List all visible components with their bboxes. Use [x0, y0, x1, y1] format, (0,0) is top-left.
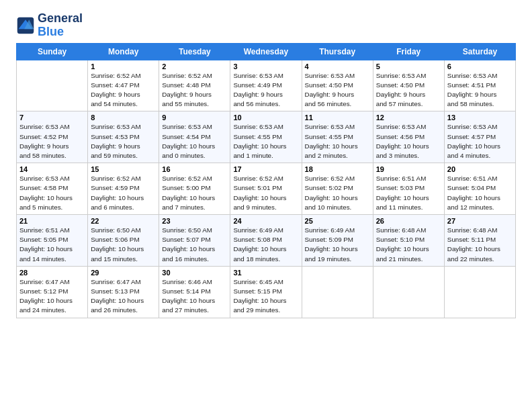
day-number: 16 — [162, 165, 227, 173]
day-cell: 17Sunrise: 6:52 AMSunset: 5:01 PMDayligh… — [230, 163, 302, 215]
day-info: Sunrise: 6:50 AMSunset: 5:07 PMDaylight:… — [162, 226, 227, 264]
day-cell — [444, 266, 515, 318]
day-cell: 24Sunrise: 6:49 AMSunset: 5:08 PMDayligh… — [230, 215, 302, 267]
day-info: Sunrise: 6:53 AMSunset: 4:55 PMDaylight:… — [305, 122, 370, 161]
day-number: 18 — [305, 165, 370, 173]
day-info: Sunrise: 6:53 AMSunset: 4:51 PMDaylight:… — [447, 71, 513, 109]
day-number: 8 — [91, 113, 156, 122]
day-info: Sunrise: 6:53 AMSunset: 4:50 PMDaylight:… — [376, 71, 441, 109]
day-info: Sunrise: 6:53 AMSunset: 4:56 PMDaylight:… — [376, 122, 441, 161]
day-number: 30 — [162, 269, 227, 277]
day-info: Sunrise: 6:52 AMSunset: 4:47 PMDaylight:… — [91, 71, 156, 109]
day-number: 28 — [19, 269, 85, 277]
day-number: 24 — [233, 217, 298, 225]
day-cell — [373, 266, 444, 318]
logo: General Blue — [16, 12, 83, 39]
calendar-table: SundayMondayTuesdayWednesdayThursdayFrid… — [16, 43, 516, 318]
day-info: Sunrise: 6:53 AMSunset: 4:55 PMDaylight:… — [233, 122, 298, 161]
day-cell: 26Sunrise: 6:48 AMSunset: 5:10 PMDayligh… — [373, 215, 444, 267]
day-info: Sunrise: 6:51 AMSunset: 5:03 PMDaylight:… — [376, 174, 441, 212]
day-info: Sunrise: 6:51 AMSunset: 5:04 PMDaylight:… — [447, 174, 513, 212]
day-cell: 18Sunrise: 6:52 AMSunset: 5:02 PMDayligh… — [302, 163, 373, 215]
day-cell: 9Sunrise: 6:53 AMSunset: 4:54 PMDaylight… — [159, 111, 230, 163]
day-info: Sunrise: 6:49 AMSunset: 5:08 PMDaylight:… — [233, 226, 298, 264]
day-cell: 30Sunrise: 6:46 AMSunset: 5:14 PMDayligh… — [159, 266, 230, 318]
day-cell: 1Sunrise: 6:52 AMSunset: 4:47 PMDaylight… — [88, 60, 159, 111]
day-cell: 16Sunrise: 6:52 AMSunset: 5:00 PMDayligh… — [159, 163, 230, 215]
day-cell: 11Sunrise: 6:53 AMSunset: 4:55 PMDayligh… — [302, 111, 373, 163]
day-cell: 27Sunrise: 6:48 AMSunset: 5:11 PMDayligh… — [444, 215, 515, 267]
day-number: 29 — [91, 269, 156, 277]
day-number: 31 — [233, 269, 298, 277]
day-info: Sunrise: 6:53 AMSunset: 4:58 PMDaylight:… — [19, 174, 85, 212]
col-header-wednesday: Wednesday — [230, 43, 302, 60]
day-number: 6 — [447, 62, 513, 71]
day-number: 21 — [19, 217, 85, 225]
day-cell: 21Sunrise: 6:51 AMSunset: 5:05 PMDayligh… — [17, 215, 88, 267]
day-cell: 3Sunrise: 6:53 AMSunset: 4:49 PMDaylight… — [230, 60, 302, 111]
day-info: Sunrise: 6:53 AMSunset: 4:52 PMDaylight:… — [19, 122, 85, 161]
day-number: 25 — [305, 217, 370, 225]
day-number: 15 — [91, 165, 156, 173]
day-info: Sunrise: 6:52 AMSunset: 5:02 PMDaylight:… — [305, 174, 370, 212]
day-number: 3 — [233, 62, 298, 71]
day-cell: 7Sunrise: 6:53 AMSunset: 4:52 PMDaylight… — [17, 111, 88, 163]
page: General Blue SundayMondayTuesdayWednesda… — [0, 0, 532, 326]
day-cell: 12Sunrise: 6:53 AMSunset: 4:56 PMDayligh… — [373, 111, 444, 163]
day-info: Sunrise: 6:48 AMSunset: 5:10 PMDaylight:… — [376, 226, 441, 264]
col-header-monday: Monday — [88, 43, 159, 60]
week-row-1: 1Sunrise: 6:52 AMSunset: 4:47 PMDaylight… — [17, 60, 516, 111]
day-number: 13 — [447, 113, 513, 122]
day-number: 2 — [162, 62, 227, 71]
day-cell: 25Sunrise: 6:49 AMSunset: 5:09 PMDayligh… — [302, 215, 373, 267]
day-number: 5 — [376, 62, 441, 71]
day-info: Sunrise: 6:53 AMSunset: 4:49 PMDaylight:… — [233, 71, 298, 109]
day-info: Sunrise: 6:50 AMSunset: 5:06 PMDaylight:… — [91, 226, 156, 264]
header: General Blue — [16, 12, 516, 39]
day-info: Sunrise: 6:47 AMSunset: 5:12 PMDaylight:… — [19, 277, 85, 316]
day-cell: 4Sunrise: 6:53 AMSunset: 4:50 PMDaylight… — [302, 60, 373, 111]
day-info: Sunrise: 6:53 AMSunset: 4:57 PMDaylight:… — [447, 122, 513, 161]
logo-text: General Blue — [38, 12, 83, 39]
day-cell: 8Sunrise: 6:53 AMSunset: 4:53 PMDaylight… — [88, 111, 159, 163]
day-cell: 22Sunrise: 6:50 AMSunset: 5:06 PMDayligh… — [88, 215, 159, 267]
day-cell: 14Sunrise: 6:53 AMSunset: 4:58 PMDayligh… — [17, 163, 88, 215]
day-cell: 10Sunrise: 6:53 AMSunset: 4:55 PMDayligh… — [230, 111, 302, 163]
day-info: Sunrise: 6:51 AMSunset: 5:05 PMDaylight:… — [19, 226, 85, 264]
day-number: 9 — [162, 113, 227, 122]
day-info: Sunrise: 6:46 AMSunset: 5:14 PMDaylight:… — [162, 277, 227, 316]
day-cell: 28Sunrise: 6:47 AMSunset: 5:12 PMDayligh… — [17, 266, 88, 318]
day-cell — [17, 60, 88, 111]
day-info: Sunrise: 6:47 AMSunset: 5:13 PMDaylight:… — [91, 277, 156, 316]
day-number: 4 — [305, 62, 370, 71]
day-number: 23 — [162, 217, 227, 225]
week-row-3: 14Sunrise: 6:53 AMSunset: 4:58 PMDayligh… — [17, 163, 516, 215]
day-cell: 15Sunrise: 6:52 AMSunset: 4:59 PMDayligh… — [88, 163, 159, 215]
day-number: 1 — [91, 62, 156, 71]
col-header-tuesday: Tuesday — [159, 43, 230, 60]
day-number: 11 — [305, 113, 370, 122]
day-cell: 6Sunrise: 6:53 AMSunset: 4:51 PMDaylight… — [444, 60, 515, 111]
day-number: 22 — [91, 217, 156, 225]
day-number: 26 — [376, 217, 441, 225]
day-cell: 2Sunrise: 6:52 AMSunset: 4:48 PMDaylight… — [159, 60, 230, 111]
day-number: 17 — [233, 165, 298, 173]
col-header-thursday: Thursday — [302, 43, 373, 60]
day-cell: 13Sunrise: 6:53 AMSunset: 4:57 PMDayligh… — [444, 111, 515, 163]
day-cell: 31Sunrise: 6:45 AMSunset: 5:15 PMDayligh… — [230, 266, 302, 318]
day-info: Sunrise: 6:52 AMSunset: 5:00 PMDaylight:… — [162, 174, 227, 212]
day-info: Sunrise: 6:52 AMSunset: 4:48 PMDaylight:… — [162, 71, 227, 109]
day-number: 10 — [233, 113, 298, 122]
day-cell: 23Sunrise: 6:50 AMSunset: 5:07 PMDayligh… — [159, 215, 230, 267]
day-number: 14 — [19, 165, 85, 173]
col-header-sunday: Sunday — [17, 43, 88, 60]
day-cell: 5Sunrise: 6:53 AMSunset: 4:50 PMDaylight… — [373, 60, 444, 111]
day-info: Sunrise: 6:48 AMSunset: 5:11 PMDaylight:… — [447, 226, 513, 264]
day-info: Sunrise: 6:49 AMSunset: 5:09 PMDaylight:… — [305, 226, 370, 264]
day-cell: 20Sunrise: 6:51 AMSunset: 5:04 PMDayligh… — [444, 163, 515, 215]
day-info: Sunrise: 6:52 AMSunset: 4:59 PMDaylight:… — [91, 174, 156, 212]
col-header-friday: Friday — [373, 43, 444, 60]
day-info: Sunrise: 6:53 AMSunset: 4:53 PMDaylight:… — [91, 122, 156, 161]
day-info: Sunrise: 6:45 AMSunset: 5:15 PMDaylight:… — [233, 277, 298, 316]
day-info: Sunrise: 6:52 AMSunset: 5:01 PMDaylight:… — [233, 174, 298, 212]
